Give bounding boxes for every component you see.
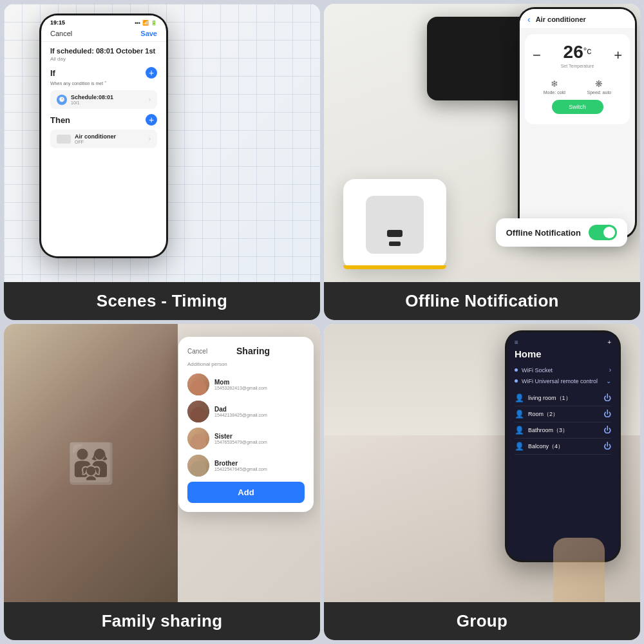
group-home-title: Home	[515, 348, 611, 359]
person-email-dad: 15442138425@gmail.com	[214, 413, 267, 417]
person-info-dad: Dad 15442138425@gmail.com	[214, 406, 267, 417]
wifi-socket-dot	[515, 368, 518, 372]
person-email-mom: 15453282413@gmail.com	[214, 386, 267, 390]
person-info-brother: Brother 15422547645@gmail.com	[214, 460, 267, 471]
schedule-sub: 10/1	[71, 100, 113, 105]
switch-button[interactable]: Switch	[552, 100, 603, 114]
wifi-remote-item: WiFi Universal remote control ⌄	[515, 375, 611, 386]
schedule-row: 🕐 Schedule:08:01 10/1 ›	[50, 90, 157, 109]
power-icon-4: ⏻	[603, 442, 611, 451]
person-name-brother: Brother	[214, 460, 267, 467]
hand-visual	[553, 538, 605, 602]
person-email-sister: 15476535479@gmail.com	[214, 440, 267, 444]
if-section-header: If +	[50, 67, 157, 79]
if-label: If	[50, 68, 55, 78]
mode-row: ❄ Mode: cold ❋ Speed: auto	[533, 73, 622, 97]
mode-cold-label: Mode: cold	[544, 90, 565, 95]
group-screen: ≡ + Home WiFi Socket › Wi	[507, 332, 619, 560]
modal-spacer	[299, 347, 305, 355]
person-email-brother: 15422547645@gmail.com	[214, 467, 267, 471]
room-3-left: 👤 Bathroom（3）	[515, 426, 568, 435]
modal-header: Cancel Sharing	[187, 346, 305, 356]
offline-notif-text: Offline Notification	[506, 228, 581, 238]
person-icon-3: 👤	[515, 426, 524, 435]
cell-timing: 19:15 ▪▪▪ 📶 🔋 Cancel Save If scheduled: …	[4, 4, 320, 320]
modal-cancel-label: Cancel	[187, 348, 207, 355]
timing-nav: Cancel Save	[41, 27, 166, 42]
family-photo-placeholder: 👨‍👩‍👧	[67, 440, 115, 486]
wifi-socket-chevron-icon: ›	[609, 366, 611, 374]
ac-row: Air conditioner OFF ›	[50, 129, 157, 148]
temp-control: − 26°c Set Temperature +	[533, 42, 622, 68]
wifi-icon: 📶	[142, 20, 149, 26]
room-row-1: 👤 living room（1） ⏻	[515, 390, 611, 406]
person-name-mom: Mom	[214, 379, 267, 386]
modal-title: Sharing	[236, 346, 270, 356]
save-label: Save	[140, 30, 157, 37]
person-row-sister: Sister 15476535479@gmail.com	[187, 428, 305, 450]
group-phone-top-bar: ≡ +	[515, 339, 611, 346]
room-4-name: Balcony（4）	[528, 442, 564, 451]
offline-image-area: ‹ Air conditioner − 26°c Set Temperature…	[324, 4, 640, 282]
room-row-3: 👤 Bathroom（3） ⏻	[515, 422, 611, 439]
feature-grid: 19:15 ▪▪▪ 📶 🔋 Cancel Save If scheduled: …	[0, 0, 644, 644]
person-icon-2: 👤	[515, 410, 524, 419]
signal-icon: ▪▪▪	[135, 20, 140, 26]
temp-value: 26	[564, 42, 583, 62]
room-2-name: Room（2）	[528, 410, 558, 419]
then-label: Then	[50, 115, 70, 125]
timing-image-area: 19:15 ▪▪▪ 📶 🔋 Cancel Save If scheduled: …	[4, 4, 320, 282]
ac-control-area: − 26°c Set Temperature + ❄ Mode: cold	[525, 34, 630, 124]
timing-status-bar: 19:15 ▪▪▪ 📶 🔋	[41, 15, 166, 27]
sharing-label: Family sharing	[4, 602, 320, 640]
mode-speed: ❋ Speed: auto	[587, 79, 611, 95]
add-person-button[interactable]: Add	[187, 482, 305, 503]
offline-screen: ‹ Air conditioner − 26°c Set Temperature…	[520, 9, 635, 237]
offline-phone: ‹ Air conditioner − 26°c Set Temperature…	[518, 7, 637, 239]
offline-nav: ‹ Air conditioner	[520, 9, 635, 29]
wifi-remote-left: WiFi Universal remote control	[515, 378, 598, 384]
offline-notification-badge: Offline Notification	[496, 218, 627, 247]
timing-screen: 19:15 ▪▪▪ 📶 🔋 Cancel Save If scheduled: …	[41, 15, 166, 256]
wifi-remote-chevron-icon: ⌄	[606, 377, 611, 384]
avatar-mom	[187, 374, 209, 395]
temp-display: 26°c Set Temperature	[561, 42, 594, 68]
if-add-button[interactable]: +	[146, 67, 157, 79]
timing-phone: 19:15 ▪▪▪ 📶 🔋 Cancel Save If scheduled: …	[39, 14, 168, 258]
wifi-socket-left: WiFi Socket	[515, 367, 553, 374]
power-icon-3: ⏻	[603, 426, 611, 435]
ac-state: OFF	[75, 140, 116, 144]
mode-cold: ❄ Mode: cold	[544, 79, 565, 95]
ac-icon	[57, 135, 71, 144]
then-section: Then + Air conditioner OFF	[50, 114, 157, 148]
fan-icon: ❋	[587, 79, 611, 89]
person-row-mom: Mom 15453282413@gmail.com	[187, 374, 305, 395]
modal-additional-label: Additional person	[187, 361, 305, 367]
sharing-modal: Cancel Sharing Additional person Mom 154…	[178, 337, 314, 512]
offline-toggle[interactable]	[589, 225, 617, 240]
plug-hole-2	[389, 242, 401, 246]
temp-minus-button[interactable]: −	[533, 47, 541, 64]
set-temp-label: Set Temperature	[561, 64, 594, 68]
person-icon-1: 👤	[515, 393, 524, 402]
person-name-sister: Sister	[214, 433, 267, 440]
person-icon-4: 👤	[515, 442, 524, 451]
plug-face-white	[366, 196, 424, 254]
plug-hole-1	[387, 230, 402, 237]
power-icon-2: ⏻	[603, 410, 611, 419]
person-row-dad: Dad 15442138425@gmail.com	[187, 401, 305, 422]
offline-nav-title: Air conditioner	[536, 15, 586, 23]
timing-status-icons: ▪▪▪ 📶 🔋	[135, 20, 157, 26]
plug-yellow-bar	[343, 265, 446, 269]
temp-plus-button[interactable]: +	[614, 47, 622, 64]
ac-chevron-icon: ›	[149, 135, 151, 142]
schedule-title: If scheduled: 08:01 October 1st	[50, 47, 157, 55]
room-2-left: 👤 Room（2）	[515, 410, 558, 419]
then-add-button[interactable]: +	[146, 114, 157, 126]
rooms-list: 👤 living room（1） ⏻ 👤 Room（2） ⏻	[515, 390, 611, 455]
person-name-dad: Dad	[214, 406, 267, 413]
wifi-remote-name: WiFi Universal remote control	[522, 378, 598, 384]
group-phone: ≡ + Home WiFi Socket › Wi	[505, 330, 621, 562]
room-4-left: 👤 Balcony（4）	[515, 442, 564, 451]
wifi-remote-dot	[515, 379, 518, 383]
